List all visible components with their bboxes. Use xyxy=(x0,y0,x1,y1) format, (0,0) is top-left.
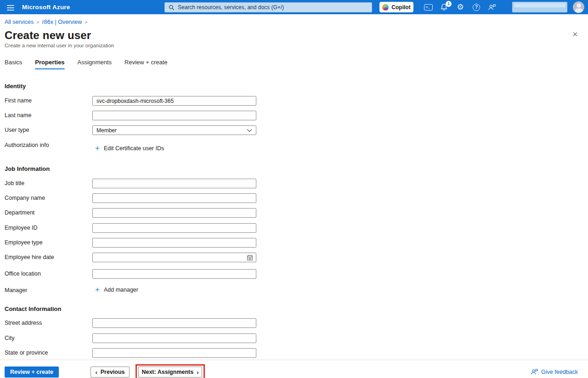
gear-icon: ⚙ xyxy=(457,3,464,11)
copilot-icon xyxy=(382,4,389,11)
more-menu-icon[interactable]: ··· xyxy=(85,32,92,39)
global-search[interactable] xyxy=(164,2,372,12)
tab-properties[interactable]: Properties xyxy=(35,59,64,69)
give-feedback-link[interactable]: Give feedback xyxy=(531,368,578,375)
search-icon xyxy=(169,5,175,11)
user-type-label: User type xyxy=(5,125,29,135)
settings-button[interactable]: ⚙ xyxy=(453,0,468,14)
app-title[interactable]: Microsoft Azure xyxy=(22,4,70,11)
employee-id-input[interactable] xyxy=(92,223,256,233)
avatar-icon[interactable] xyxy=(573,1,584,13)
help-icon: ? xyxy=(473,4,480,11)
previous-button[interactable]: ‹ Previous xyxy=(90,367,130,378)
first-name-label: First name xyxy=(5,96,32,106)
top-bar: Microsoft Azure Copilot >_ 1 xyxy=(0,0,588,14)
breadcrumb-all-services[interactable]: All services xyxy=(5,19,34,25)
chevron-right-icon: › xyxy=(197,369,198,375)
breadcrumb-separator: > xyxy=(36,19,39,25)
page-subtitle: Create a new internal user in your organ… xyxy=(5,43,114,48)
add-manager-link[interactable]: + Add manager xyxy=(95,286,138,293)
copilot-button[interactable]: Copilot xyxy=(379,2,413,12)
help-button[interactable]: ? xyxy=(469,0,484,14)
section-job-information: Job Information xyxy=(5,165,50,172)
azure-portal-create-new-user: Microsoft Azure Copilot >_ 1 xyxy=(0,0,588,378)
breadcrumb: All services>r86x | Overview> xyxy=(5,19,90,25)
notification-badge: 1 xyxy=(446,1,452,7)
manager-label: Manager xyxy=(5,286,27,295)
user-type-value: Member xyxy=(96,127,117,134)
wizard-footer: Review + create ‹ Previous Next: Assignm… xyxy=(0,360,588,378)
job-title-label: Job title xyxy=(5,179,24,188)
employee-hire-date-input[interactable] xyxy=(92,253,256,262)
department-label: Department xyxy=(5,208,34,218)
department-input[interactable] xyxy=(92,208,256,218)
feedback-icon xyxy=(488,4,496,11)
employee-id-label: Employee ID xyxy=(5,223,38,233)
breadcrumb-r86x-overview[interactable]: r86x | Overview xyxy=(42,19,82,25)
chevron-left-icon: ‹ xyxy=(95,369,97,375)
calendar-icon[interactable] xyxy=(247,254,253,261)
section-contact-information: Contact Information xyxy=(5,305,62,312)
last-name-input[interactable] xyxy=(92,111,256,120)
breadcrumb-separator: > xyxy=(85,19,87,25)
employee-type-label: Employee type xyxy=(5,238,43,248)
chevron-down-icon xyxy=(247,129,252,132)
wizard-tabs: Basics Properties Assignments Review + c… xyxy=(5,59,168,69)
street-address-label: Street address xyxy=(5,318,42,328)
first-name-input[interactable] xyxy=(92,96,256,106)
city-input[interactable] xyxy=(92,333,256,343)
tab-review-create[interactable]: Review + create xyxy=(124,59,168,69)
page-title: Create new user xyxy=(5,29,91,42)
section-identity: Identity xyxy=(5,83,26,90)
tab-assignments[interactable]: Assignments xyxy=(78,59,112,69)
office-location-label: Office location xyxy=(5,269,41,279)
account-info-redacted[interactable] xyxy=(512,2,567,12)
close-icon[interactable]: ✕ xyxy=(572,31,578,38)
feedback-button[interactable] xyxy=(485,0,499,14)
review-create-button[interactable]: Review + create xyxy=(5,367,59,378)
give-feedback-icon xyxy=(531,368,538,375)
search-input[interactable] xyxy=(178,4,368,11)
notifications-button[interactable]: 1 xyxy=(437,0,452,14)
job-title-input[interactable] xyxy=(92,179,256,188)
edit-certificate-user-ids-link[interactable]: + Edit Certificate user IDs xyxy=(95,144,164,152)
state-province-label: State or province xyxy=(5,348,48,358)
city-label: City xyxy=(5,333,15,343)
office-location-input[interactable] xyxy=(92,269,256,279)
tab-basics[interactable]: Basics xyxy=(5,59,22,69)
state-province-input[interactable] xyxy=(92,348,256,358)
plus-icon: + xyxy=(95,144,100,152)
company-name-label: Company name xyxy=(5,193,45,203)
plus-icon: + xyxy=(95,286,100,293)
hamburger-icon[interactable] xyxy=(4,4,17,11)
cloud-shell-icon: >_ xyxy=(424,4,433,11)
last-name-label: Last name xyxy=(5,111,31,120)
user-type-select[interactable]: Member xyxy=(92,125,256,135)
next-assignments-button[interactable]: Next: Assignments › xyxy=(138,367,202,378)
street-address-input[interactable] xyxy=(92,318,256,328)
cloud-shell-button[interactable]: >_ xyxy=(421,0,435,14)
employee-hire-date-label: Employee hire date xyxy=(5,253,54,262)
employee-type-input[interactable] xyxy=(92,238,256,248)
company-name-input[interactable] xyxy=(92,193,256,203)
